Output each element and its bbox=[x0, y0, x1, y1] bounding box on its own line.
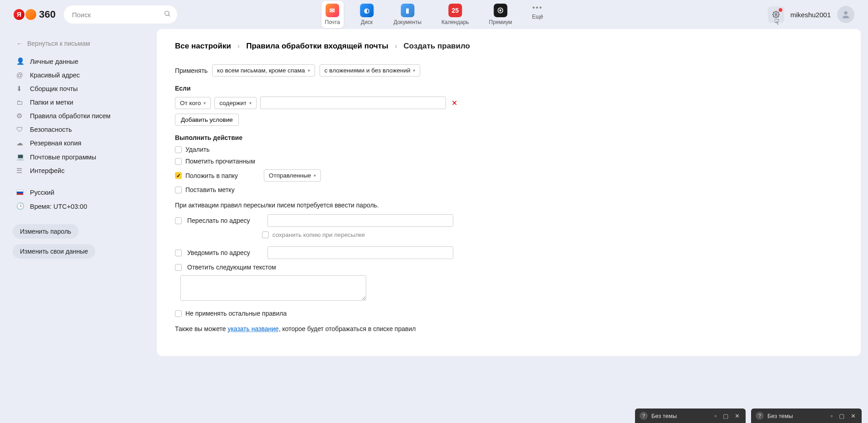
disk-icon: ◐ bbox=[360, 4, 373, 17]
back-link[interactable]: ← Вернуться к письмам bbox=[13, 37, 151, 50]
name-note: Также вы можете указать название, которо… bbox=[175, 325, 843, 332]
reply-text-row bbox=[175, 275, 843, 301]
sidebar-item-rules[interactable]: ⚙Правила обработки писем bbox=[13, 109, 151, 123]
chevron-down-icon: ▾ bbox=[413, 68, 415, 73]
forward-copy-row: сохранить копию при пересылке bbox=[262, 231, 843, 238]
folder-checkbox[interactable] bbox=[175, 172, 182, 179]
delete-checkbox[interactable] bbox=[175, 146, 182, 153]
more-icon: ••• bbox=[533, 4, 543, 12]
action-folder-row: Положить в папку Отправленные▾ bbox=[175, 169, 843, 182]
sidebar-item-language[interactable]: Русский bbox=[13, 186, 151, 199]
condition-row: От кого▾ содержит▾ ✕ bbox=[175, 96, 843, 109]
name-suffix: , которое будет отображаться в списке пр… bbox=[279, 325, 416, 332]
sidebar-item-address[interactable]: @Красивый адрес bbox=[13, 68, 151, 82]
sidebar-item-collector[interactable]: ⬇Сборщик почты bbox=[13, 82, 151, 96]
app-disk[interactable]: ◐ Диск bbox=[356, 1, 377, 28]
folder-select[interactable]: Отправленные▾ bbox=[264, 169, 321, 182]
sidebar-item-security[interactable]: 🛡Безопасность bbox=[13, 123, 151, 136]
cond-op-select[interactable]: содержит▾ bbox=[214, 97, 257, 109]
app-calendar-label: Календарь bbox=[441, 19, 469, 25]
forward-copy-label: сохранить копию при пересылке bbox=[272, 231, 365, 238]
reply-label: Ответить следующим текстом bbox=[187, 264, 276, 271]
cloud-icon: ☁ bbox=[16, 139, 24, 147]
sidebar-item-timezone[interactable]: 🕒Время: UTC+03:00 bbox=[13, 199, 151, 213]
flag-icon bbox=[16, 190, 24, 195]
forward-note: При активации правил пересылки писем пот… bbox=[175, 202, 843, 209]
action-read-row: Пометить прочитанным bbox=[175, 158, 843, 165]
app-calendar[interactable]: 25 Календарь bbox=[438, 1, 473, 28]
change-data-button[interactable]: Изменить свои данные bbox=[13, 244, 95, 259]
sidebar-item-folders[interactable]: 🗀Папки и метки bbox=[13, 96, 151, 109]
sidebar-item-interface[interactable]: ☰Интерфейс bbox=[13, 164, 151, 178]
username[interactable]: mikeshu2001 bbox=[790, 11, 831, 19]
app-docs[interactable]: ▮ Документы bbox=[390, 1, 425, 28]
logo-ya-icon: Я bbox=[14, 9, 24, 20]
remove-condition-button[interactable]: ✕ bbox=[450, 99, 459, 107]
sidebar: ← Вернуться к письмам 👤Личные данные @Кр… bbox=[7, 29, 157, 356]
notify-row: Уведомить по адресу bbox=[175, 246, 843, 259]
settings-button[interactable]: ☟ bbox=[768, 6, 784, 23]
reply-textarea[interactable] bbox=[180, 275, 366, 301]
avatar[interactable] bbox=[837, 6, 854, 23]
app-more[interactable]: ••• Ещё bbox=[529, 1, 547, 28]
search-input[interactable] bbox=[64, 5, 177, 24]
reply-checkbox[interactable] bbox=[175, 264, 182, 271]
reply-row: Ответить следующим текстом bbox=[175, 264, 843, 271]
chevron-down-icon: ▾ bbox=[249, 101, 252, 106]
chevron-down-icon: ▾ bbox=[314, 173, 316, 178]
name-link[interactable]: указать название bbox=[228, 325, 279, 332]
crumb-create: Создать правило bbox=[403, 42, 470, 51]
stop-row: Не применять остальные правила bbox=[175, 310, 843, 317]
stop-checkbox[interactable] bbox=[175, 310, 182, 317]
label-label: Поставить метку bbox=[185, 186, 234, 193]
sidebar-item-backup[interactable]: ☁Резервная копия bbox=[13, 136, 151, 150]
docs-icon: ▮ bbox=[401, 4, 414, 17]
apply-label: Применять bbox=[175, 67, 208, 74]
breadcrumb: Все настройки › Правила обработки входящ… bbox=[175, 42, 843, 51]
action-delete-row: Удалить bbox=[175, 146, 843, 153]
apply-attach-select[interactable]: с вложениями и без вложений▾ bbox=[320, 64, 421, 77]
svg-point-3 bbox=[844, 11, 847, 14]
app-more-label: Ещё bbox=[532, 14, 543, 20]
forward-label: Переслать по адресу bbox=[187, 217, 262, 224]
notify-input[interactable] bbox=[267, 246, 453, 259]
stop-label: Не применять остальные правила bbox=[185, 310, 286, 317]
folder-icon: 🗀 bbox=[16, 99, 24, 106]
crumb-all-settings[interactable]: Все настройки bbox=[175, 42, 231, 51]
apply-row: Применять ко всем письмам, кроме спама▾ … bbox=[175, 64, 843, 77]
search-icon[interactable] bbox=[164, 10, 171, 19]
app-docs-label: Документы bbox=[393, 19, 422, 25]
app-premium[interactable]: ⦿ Премиум bbox=[485, 1, 516, 28]
change-password-button[interactable]: Изменить пароль bbox=[13, 224, 78, 239]
svg-point-2 bbox=[775, 14, 777, 15]
cond-value-input[interactable] bbox=[260, 96, 446, 109]
calendar-icon: 25 bbox=[448, 4, 462, 17]
sidebar-item-clients[interactable]: 💻Почтовые программы bbox=[13, 150, 151, 164]
forward-checkbox[interactable] bbox=[175, 217, 182, 224]
sidebar-item-personal[interactable]: 👤Личные данные bbox=[13, 54, 151, 68]
crumb-rules[interactable]: Правила обработки входящей почты bbox=[246, 42, 388, 51]
chevron-right-icon: › bbox=[238, 42, 240, 51]
notify-checkbox[interactable] bbox=[175, 250, 182, 256]
forward-row: Переслать по адресу bbox=[175, 214, 843, 227]
app-premium-label: Премиум bbox=[489, 19, 512, 25]
sliders-icon: ☰ bbox=[16, 167, 24, 174]
clock-icon: 🕒 bbox=[16, 202, 24, 210]
header-right: ☟ mikeshu2001 bbox=[768, 6, 854, 23]
app-mail[interactable]: ✉ Почта bbox=[321, 1, 344, 28]
read-checkbox[interactable] bbox=[175, 158, 182, 165]
main: Все настройки › Правила обработки входящ… bbox=[157, 29, 861, 356]
app-switcher: ✉ Почта ◐ Диск ▮ Документы 25 Календарь … bbox=[321, 1, 547, 28]
forward-copy-checkbox[interactable] bbox=[262, 231, 269, 238]
arrow-left-icon: ← bbox=[16, 40, 23, 47]
chevron-down-icon: ▾ bbox=[204, 101, 206, 106]
action-title: Выполнить действие bbox=[175, 134, 843, 141]
add-condition-button[interactable]: Добавить условие bbox=[175, 114, 239, 126]
app-mail-label: Почта bbox=[325, 19, 340, 25]
label-checkbox[interactable] bbox=[175, 187, 182, 193]
notification-dot bbox=[779, 8, 782, 12]
logo[interactable]: Я 360 bbox=[14, 9, 56, 20]
apply-scope-select[interactable]: ко всем письмам, кроме спама▾ bbox=[212, 64, 315, 77]
cond-field-select[interactable]: От кого▾ bbox=[175, 97, 211, 109]
forward-input[interactable] bbox=[267, 214, 453, 227]
